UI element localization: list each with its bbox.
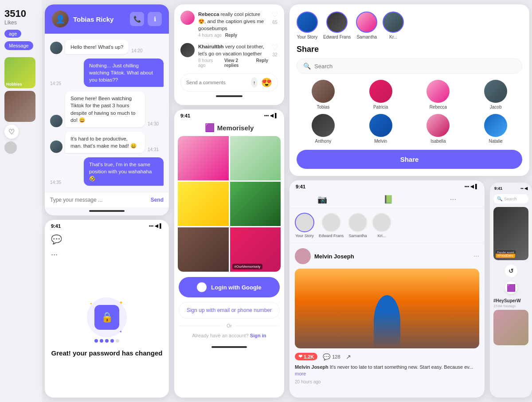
comment-like-2[interactable]: ♡ 32: [272, 43, 278, 57]
refresh-button[interactable]: ↺: [505, 265, 517, 277]
password-content: 🔒 ✦ ✦ ✦ Great! your password has changed: [45, 261, 169, 398]
feed-story-your[interactable]: Your Story: [295, 213, 314, 238]
mem-logo: 🟪 Memorisely: [174, 120, 284, 136]
chat-bubble-3: Some here! Been watching Tiktok for the …: [65, 91, 145, 127]
dot-3: [105, 339, 109, 343]
sign-in-link[interactable]: Sign in: [250, 333, 266, 338]
contact-melvin[interactable]: Melvin: [354, 114, 407, 144]
far-right-sub-1: Popular sound: [496, 250, 516, 254]
contact-anthony[interactable]: Anthony: [297, 114, 350, 144]
mem-signal: ▪▪▪ ◀ ▌: [264, 113, 278, 118]
app-root: 3510 Likes age Message Hobbies ♡ 👤 Tobia: [0, 0, 532, 402]
grid-cell-2: [230, 136, 281, 180]
contact-isabella[interactable]: Isabella: [412, 114, 465, 144]
nav-dots-icon[interactable]: ···: [450, 195, 456, 204]
star-icon-3: ✦: [119, 330, 122, 334]
chat-messages: Hello there! What's up? 14:20 Nothing...…: [45, 34, 169, 192]
far-right-post-thumb[interactable]: #FoodDanc Popular sound: [493, 207, 528, 260]
feed-story-avatar-edward: [321, 213, 341, 232]
grid-cell-4: [230, 182, 281, 226]
far-right-hashtag-2: #HeySuperW: [490, 296, 532, 304]
far-right-logo-btn[interactable]: 🟪: [505, 281, 517, 294]
nav-camera-icon[interactable]: 📷: [317, 195, 327, 204]
comment-input-area: ↑ 😍: [180, 73, 278, 92]
message-tab[interactable]: Message: [4, 41, 33, 50]
feed-status-bar: 9:41 ▪▪▪ ◀ ▌: [289, 180, 485, 191]
hobbies-thumb[interactable]: Hobbies: [4, 57, 35, 88]
feed-stories-row: Your Story Edward Frans Samantha Kri...: [289, 208, 485, 243]
chat-panel: 👤 Tobias Ricky 📞 ℹ Hello there! What's u…: [45, 4, 169, 215]
chat-message-input[interactable]: [50, 197, 147, 203]
share-button[interactable]: Share: [297, 150, 522, 169]
feed-post: Melvin Joseph ··· ❤ 1.2K 💬 128: [289, 243, 485, 398]
share-stat[interactable]: ↗: [346, 353, 351, 360]
nav-book-icon[interactable]: 📗: [383, 195, 393, 204]
contact-rebecca[interactable]: Rebecca: [412, 80, 465, 109]
star-icon-1: ✦: [119, 300, 123, 306]
contact-avatar-anthony: [312, 114, 335, 137]
far-right-search-bar[interactable]: 🔍 Search: [493, 194, 528, 203]
mem-time: 9:41: [180, 113, 190, 118]
share-search-bar[interactable]: 🔍: [297, 59, 522, 74]
chat-bubble-nav-icon[interactable]: 💬: [45, 230, 169, 248]
far-right-girl-thumb[interactable]: [493, 310, 528, 345]
feed-story-kri[interactable]: Kri...: [372, 213, 391, 238]
chat-time-1: 14:20: [131, 48, 142, 53]
share-title: Share: [297, 45, 522, 54]
chat-avatar-4: [50, 141, 63, 153]
login-google-label: Login with Google: [211, 284, 261, 291]
far-right-status-bar: 9:41 ▪▪ ◀: [490, 183, 532, 192]
comment-input[interactable]: [186, 80, 247, 85]
contact-jacob[interactable]: Jacob: [469, 80, 522, 109]
emoji-reaction[interactable]: 😍: [261, 77, 272, 88]
age-tag[interactable]: age: [4, 30, 21, 38]
heart-btn[interactable]: ♡: [4, 125, 19, 139]
story-your[interactable]: Your Story: [297, 12, 318, 39]
contact-patricia[interactable]: Patricia: [354, 80, 407, 109]
chat-send-button[interactable]: Send: [151, 197, 164, 203]
message-row-2: Nothing... Just chilling watching Tiktok…: [50, 59, 164, 87]
far-right-panel: 9:41 ▪▪ ◀ 🔍 Search #FoodDanc Popular sou…: [490, 183, 532, 398]
grid-cell-6: #OurMemorisely: [230, 227, 281, 272]
three-dots-menu[interactable]: ···: [45, 248, 169, 261]
feed-story-samantha[interactable]: Samantha: [348, 213, 368, 238]
desk-thumb: [4, 91, 35, 122]
story-samantha[interactable]: Samantha: [356, 12, 377, 39]
mem-login-area: G Login with Google Sign up with email o…: [174, 272, 284, 343]
login-google-button[interactable]: G Login with Google: [179, 277, 280, 297]
chat-header-actions: 📞 ℹ: [130, 12, 162, 26]
info-button[interactable]: ℹ: [148, 12, 162, 26]
contact-tobias[interactable]: Tobias: [297, 80, 350, 109]
like-count-badge[interactable]: ❤ 1.2K: [295, 353, 317, 360]
comment-send-icon[interactable]: ↑: [251, 77, 258, 88]
feed-story-edward[interactable]: Edward Frans: [319, 213, 344, 238]
feed-story-avatar-samantha: [348, 213, 368, 232]
call-button[interactable]: 📞: [130, 12, 144, 26]
comment-count[interactable]: 💬 128: [323, 353, 340, 360]
comment-content-2: Khairultbh very cool brother, let's go o…: [198, 43, 268, 68]
message-row-3: Some here! Been watching Tiktok for the …: [50, 91, 164, 127]
password-panel: 9:41 ▪▪▪ ◀ ▌ 💬 ··· 🔒 ✦ ✦ ✦: [45, 220, 169, 398]
comment-2: Khairultbh very cool brother, let's go o…: [180, 43, 278, 68]
dot-5: [116, 339, 119, 343]
feed-read-more[interactable]: more: [295, 371, 306, 376]
feed-post-more-btn[interactable]: ···: [473, 252, 479, 260]
share-search-input[interactable]: [314, 63, 389, 70]
comment-1: Rebecca really cool picture 😍, and the c…: [180, 11, 278, 38]
story-edward[interactable]: Edward Frans: [323, 12, 351, 39]
google-logo-icon: G: [197, 282, 207, 292]
contact-natalie[interactable]: Natalie: [469, 114, 522, 144]
dot-2: [100, 339, 103, 343]
dot-1: [94, 339, 98, 343]
comment-like-1[interactable]: ♡ 65: [272, 11, 278, 25]
share-panel: Your Story Edward Frans Samantha Kr... S…: [289, 4, 529, 176]
signup-email-button[interactable]: Sign up with email or phone number: [179, 302, 280, 319]
or-divider: Or: [179, 323, 280, 328]
story-kr[interactable]: Kr...: [383, 12, 404, 39]
chat-bubble-1: Hello there! What's up?: [65, 40, 129, 54]
contact-avatar-tobias: [312, 80, 335, 103]
feed-panel: 9:41 ▪▪▪ ◀ ▌ 📷 📗 ··· Your Story Edward: [289, 180, 485, 398]
feed-post-stats: ❤ 1.2K 💬 128 ↗: [295, 353, 479, 360]
comment-text-1: Rebecca really cool picture 😍, and the c…: [198, 11, 268, 32]
dot-4: [110, 339, 114, 343]
